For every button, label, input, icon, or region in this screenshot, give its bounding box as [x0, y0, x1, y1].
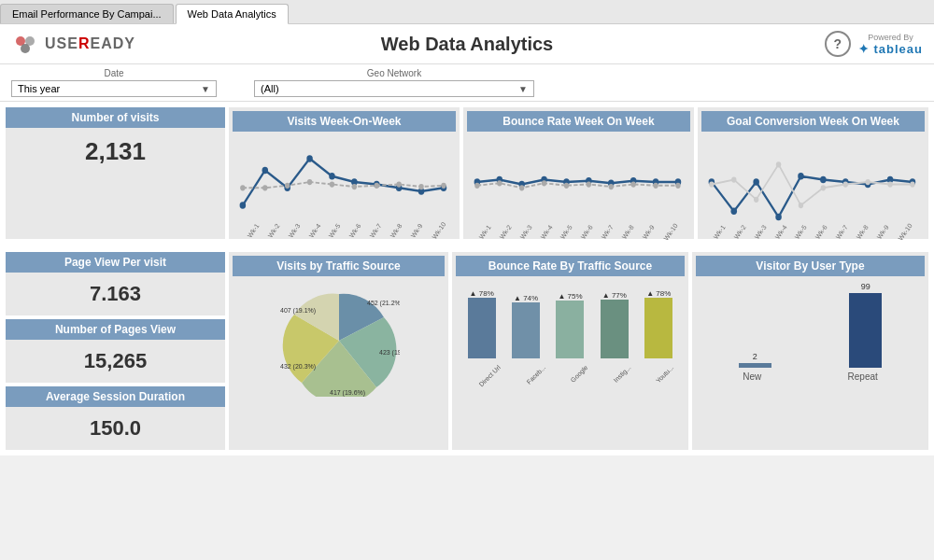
date-filter-label: Date	[11, 68, 217, 78]
svg-point-7	[329, 173, 335, 180]
svg-point-58	[821, 185, 826, 190]
svg-point-20	[396, 181, 401, 187]
visits-kpi-value: 2,131	[6, 128, 225, 175]
bounce-label-2: Faceb...	[526, 364, 547, 385]
visitor-repeat-value: 99	[861, 282, 870, 291]
goal-wow-title: Goal Conversion Week On Week	[701, 111, 925, 132]
svg-point-46	[775, 214, 782, 221]
svg-point-35	[519, 185, 524, 190]
bounce-bar-4-pct: ▲ 77%	[602, 291, 627, 300]
powered-by-label: Powered By	[868, 33, 913, 42]
bounce-traffic-chart: Bounce Rate By Traffic Source ▲ 78% ▲ 74…	[452, 252, 688, 450]
bounce-wow-chart: Bounce Rate Week On Week	[463, 107, 694, 239]
svg-text:407 (19.1%): 407 (19.1%)	[280, 307, 316, 315]
bounce-bar-5-rect	[644, 298, 672, 358]
visits-wow-line	[233, 135, 456, 229]
session-kpi-value: 150.0	[6, 407, 225, 450]
svg-point-56	[776, 161, 781, 167]
svg-point-62	[910, 181, 914, 187]
help-button[interactable]: ?	[825, 31, 851, 57]
svg-point-14	[262, 185, 267, 190]
svg-point-55	[754, 197, 758, 203]
svg-point-44	[731, 208, 738, 216]
tab-web-analytics[interactable]: Web Data Analytics	[176, 4, 289, 24]
svg-point-59	[843, 181, 848, 187]
session-kpi-header: Average Session Duration	[6, 386, 225, 407]
svg-point-34	[497, 180, 502, 186]
bounce-bar-1-rect	[468, 298, 496, 358]
logo-icon	[11, 30, 39, 58]
visitor-type-title: Visitor By User Type	[696, 256, 925, 276]
svg-text:423 (19.8%): 423 (19.8%)	[379, 349, 400, 357]
visits-wow-title: Visits Week-On-Week	[233, 111, 456, 132]
svg-point-54	[731, 176, 736, 182]
goal-wow-chart: Goal Conversion Week On Week	[698, 107, 928, 239]
visitor-repeat-rect	[849, 293, 882, 368]
bounce-bar-2-rect	[512, 302, 540, 358]
tab-email[interactable]: Email Performance By Campai...	[0, 4, 174, 23]
traffic-pie-chart: Visits by Traffic Source 452 (21.2%) 423…	[229, 252, 448, 450]
date-filter-select[interactable]: This year ▼	[11, 80, 217, 97]
visits-wow-chart: Visits Week-On-Week	[229, 107, 460, 239]
bottom-section: Page View Per visit 7.163 Number of Page…	[0, 252, 934, 455]
svg-point-42	[675, 183, 680, 189]
geo-filter-value: (All)	[261, 83, 279, 94]
svg-point-45	[753, 178, 759, 186]
geo-filter-group: Geo Network (All) ▼	[254, 68, 534, 97]
visits-wow-svg	[233, 135, 456, 229]
date-filter-group: Date This year ▼	[11, 68, 217, 97]
pages-kpi: Number of Pages View 15,265	[6, 319, 225, 383]
pages-kpi-value: 15,265	[6, 340, 225, 383]
geo-filter-arrow: ▼	[518, 84, 528, 94]
header-right: ? Powered By ✦ tableau	[825, 31, 923, 57]
svg-text:417 (19.6%): 417 (19.6%)	[330, 389, 365, 397]
svg-point-57	[799, 203, 803, 208]
header: USEREADY Web Data Analytics ? Powered By…	[0, 24, 934, 64]
geo-filter-select[interactable]: (All) ▼	[254, 80, 534, 97]
bounce-label-4: Instig...	[612, 364, 631, 384]
pageview-kpi-header: Page View Per visit	[6, 252, 225, 273]
svg-point-39	[609, 184, 614, 189]
svg-text:452 (21.2%): 452 (21.2%)	[367, 300, 400, 307]
svg-point-15	[285, 183, 290, 189]
pageview-kpi-value: 7.163	[6, 273, 225, 315]
svg-point-47	[798, 173, 804, 180]
bounce-bar-2: ▲ 74%	[512, 294, 540, 358]
bounce-traffic-title: Bounce Rate By Traffic Source	[456, 256, 685, 276]
bounce-bar-3-pct: ▲ 75%	[558, 292, 582, 301]
visitor-bars-area: 2 99 New Repeat	[696, 280, 925, 385]
visitor-new-rect	[739, 363, 771, 368]
bounce-label-1: Direct Url	[478, 364, 502, 388]
left-kpis: Page View Per visit 7.163 Number of Page…	[6, 252, 225, 450]
svg-point-22	[441, 183, 446, 189]
svg-point-33	[474, 183, 479, 189]
svg-point-21	[418, 184, 423, 189]
bounce-bar-1: ▲ 78%	[468, 289, 496, 358]
pie-container: 452 (21.2%) 423 (19.8%) 417 (19.6%) 432 …	[233, 280, 445, 401]
logo-text: USEREADY	[45, 35, 135, 52]
goal-wow-line	[701, 135, 925, 229]
svg-text:432 (20.3%): 432 (20.3%)	[280, 363, 316, 371]
svg-point-53	[709, 181, 714, 187]
bounce-bars: ▲ 78% ▲ 74% ▲ 75% ▲ 77%	[460, 284, 681, 358]
svg-point-40	[630, 181, 635, 187]
bounce-bar-1-pct: ▲ 78%	[470, 289, 494, 298]
page-title: Web Data Analytics	[381, 34, 554, 55]
visitor-new-label: New	[743, 371, 761, 382]
visitor-new-value: 2	[753, 352, 757, 361]
svg-point-19	[375, 183, 379, 189]
bounce-bar-5-pct: ▲ 78%	[646, 289, 671, 298]
visits-kpi-header: Number of visits	[6, 107, 225, 128]
bounce-bar-labels: Direct Url Faceb... Google Instig... You…	[460, 364, 681, 371]
visitor-bar-new: 2	[739, 352, 771, 368]
dashboard: Number of visits 2,131 Visits Week-On-We…	[0, 102, 934, 252]
svg-point-17	[330, 181, 334, 187]
svg-point-60	[865, 179, 870, 185]
filters-bar: Date This year ▼ Geo Network (All) ▼	[0, 64, 934, 102]
bounce-bar-4-rect	[601, 300, 629, 358]
svg-point-6	[306, 155, 313, 162]
pageview-kpi: Page View Per visit 7.163	[6, 252, 225, 315]
svg-point-13	[240, 185, 245, 190]
svg-point-2	[21, 44, 30, 53]
svg-point-37	[564, 183, 569, 189]
